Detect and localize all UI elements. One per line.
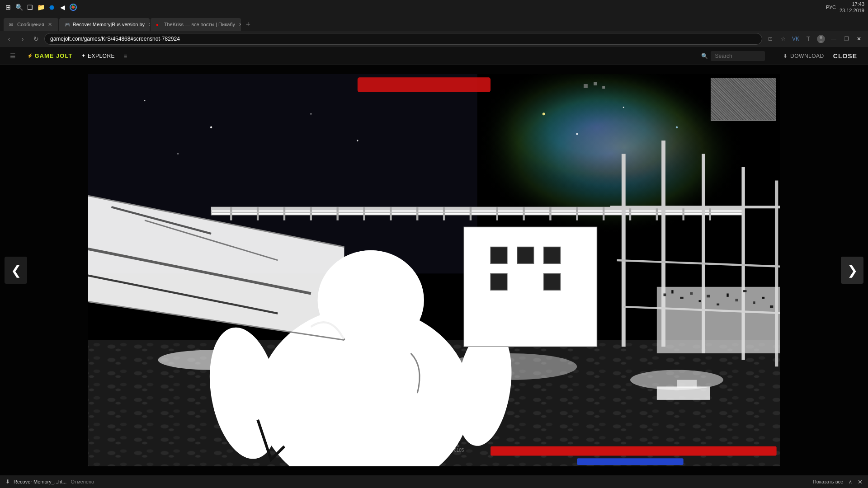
next-arrow-icon: ❯ bbox=[847, 263, 858, 278]
main-content: ❮ bbox=[0, 65, 868, 475]
tab-favicon-gamejolt: 🎮 bbox=[65, 22, 70, 27]
refresh-button[interactable]: ↻ bbox=[31, 33, 42, 44]
svg-rect-72 bbox=[657, 287, 780, 353]
window-restore-button[interactable]: ❐ bbox=[841, 33, 852, 44]
svg-point-7 bbox=[210, 126, 212, 128]
svg-rect-90 bbox=[677, 380, 697, 388]
tab-favicon-pikabu: ● bbox=[156, 22, 161, 27]
tab-close-pikabu[interactable]: ✕ bbox=[238, 22, 241, 28]
window-close-button[interactable]: ✕ bbox=[854, 33, 864, 44]
svg-point-18 bbox=[676, 126, 678, 128]
svg-point-16 bbox=[576, 133, 578, 135]
svg-rect-87 bbox=[491, 446, 777, 456]
tab-pikabu[interactable]: ● TheKriss — все посты | Пикабу ✕ bbox=[151, 18, 241, 31]
svg-rect-36 bbox=[517, 247, 534, 264]
edge-icon[interactable]: ⬣ bbox=[47, 3, 56, 12]
notification-text: Recover Memory_...ht... Отменено bbox=[14, 479, 94, 484]
notification-subtitle: Отменено bbox=[71, 479, 94, 484]
taskbar-clock: 17:43 23.12.2019 bbox=[840, 1, 864, 14]
windows-taskbar: ⊞ 🔍 ❑ 📁 ⬣ ◀ РУС 17:43 23.12.2019 bbox=[0, 0, 868, 14]
tab-label-pikabu: TheKriss — все посты | Пикабу bbox=[164, 22, 235, 27]
start-button[interactable]: ⊞ bbox=[4, 3, 13, 12]
gamejolt-logo[interactable]: ⚡ GAME JOLT bbox=[27, 52, 72, 59]
media-player-icon[interactable]: ◀ bbox=[58, 3, 67, 12]
svg-rect-35 bbox=[491, 247, 507, 264]
bookmark-button[interactable]: ☆ bbox=[778, 33, 788, 44]
vk-extension-icon[interactable]: VK bbox=[790, 33, 801, 44]
screenshot-thumbnail bbox=[711, 78, 776, 121]
svg-rect-89 bbox=[657, 386, 710, 399]
back-button[interactable]: ‹ bbox=[4, 33, 14, 44]
svg-rect-79 bbox=[717, 304, 719, 305]
taskbar-right: РУС 17:43 23.12.2019 bbox=[826, 1, 864, 14]
browser-actions: ⊡ ☆ VK T — ❐ ✕ bbox=[765, 33, 864, 44]
screenshot-info: Нажмите чтобы закрыть Кадры: 4090 4943 1… bbox=[404, 443, 464, 453]
game-screenshot bbox=[88, 74, 780, 466]
nav-explore-label: EXPLORE bbox=[88, 53, 115, 59]
prev-arrow-icon: ❮ bbox=[11, 263, 21, 278]
screenshot-container: Нажмите чтобы закрыть Кадры: 4090 4943 1… bbox=[88, 74, 780, 466]
notification-right: Показать все ∧ ✕ bbox=[813, 479, 863, 485]
notification-bar: ⬇ Recover Memory_...ht... Отменено Показ… bbox=[0, 475, 868, 488]
svg-rect-82 bbox=[743, 290, 746, 292]
svg-rect-39 bbox=[544, 273, 561, 290]
svg-rect-38 bbox=[491, 273, 507, 290]
taskbar-left: ⊞ 🔍 ❑ 📁 ⬣ ◀ bbox=[4, 3, 78, 12]
svg-rect-75 bbox=[680, 297, 683, 299]
tab-close-gamejolt[interactable]: ✕ bbox=[147, 22, 150, 28]
svg-rect-92 bbox=[584, 84, 588, 88]
nav-more[interactable]: ≡ bbox=[124, 53, 127, 59]
notification-close-button[interactable]: ✕ bbox=[858, 479, 863, 485]
download-button[interactable]: ⬇ DOWNLOAD bbox=[783, 53, 824, 59]
svg-point-9 bbox=[310, 113, 311, 115]
next-screenshot-button[interactable]: ❯ bbox=[841, 257, 863, 284]
forward-button[interactable]: › bbox=[17, 33, 28, 44]
tab-gamejolt[interactable]: 🎮 Recover Memory|Rus version by ✕ bbox=[59, 18, 150, 31]
gj-nav-right: ⬇ DOWNLOAD CLOSE bbox=[783, 51, 861, 61]
chrome-icon[interactable] bbox=[69, 3, 78, 12]
close-button[interactable]: CLOSE bbox=[830, 51, 861, 61]
new-tab-button[interactable]: + bbox=[242, 18, 255, 31]
gj-menu-button[interactable]: ☰ bbox=[7, 51, 18, 61]
svg-rect-81 bbox=[735, 299, 738, 301]
svg-rect-84 bbox=[762, 297, 764, 299]
user-profile-icon[interactable] bbox=[816, 33, 826, 44]
taskbar-language: РУС bbox=[826, 5, 836, 10]
svg-rect-31 bbox=[338, 340, 411, 380]
translate-extension-icon[interactable]: T bbox=[803, 33, 814, 44]
notification-icon: ⬇ bbox=[5, 479, 10, 485]
nav-explore[interactable]: ✦ EXPLORE bbox=[81, 53, 115, 59]
file-explorer-icon[interactable]: 📁 bbox=[36, 3, 45, 12]
tab-messages[interactable]: ✉ Сообщения ✕ bbox=[4, 18, 58, 31]
task-view-button[interactable]: ❑ bbox=[25, 3, 34, 12]
svg-rect-85 bbox=[770, 305, 773, 308]
search-button[interactable]: 🔍 bbox=[14, 3, 24, 12]
svg-point-6 bbox=[144, 100, 146, 101]
prev-screenshot-button[interactable]: ❮ bbox=[5, 257, 27, 284]
tab-close-messages[interactable]: ✕ bbox=[47, 22, 53, 28]
screenshot-info-line2: Кадры: 4090 4943 1782 6105 bbox=[404, 448, 464, 453]
cast-button[interactable]: ⊡ bbox=[765, 33, 776, 44]
svg-rect-76 bbox=[690, 292, 693, 295]
svg-rect-83 bbox=[753, 301, 755, 304]
svg-rect-73 bbox=[664, 293, 666, 296]
window-minimize-button[interactable]: — bbox=[828, 33, 839, 44]
nav-more-label: ≡ bbox=[124, 53, 127, 59]
tab-label-gamejolt: Recover Memory|Rus version by bbox=[73, 22, 145, 27]
show-all-button[interactable]: Показать все bbox=[813, 479, 843, 484]
notification-chevron[interactable]: ∧ bbox=[849, 479, 852, 485]
svg-point-15 bbox=[542, 113, 545, 115]
notification-title: Recover Memory_...ht... bbox=[14, 479, 66, 484]
tab-bar: ✉ Сообщения ✕ 🎮 Recover Memory|Rus versi… bbox=[0, 14, 868, 31]
svg-rect-88 bbox=[577, 458, 683, 465]
svg-point-3 bbox=[820, 36, 822, 39]
svg-rect-93 bbox=[594, 82, 597, 85]
notification-item: ⬇ Recover Memory_...ht... Отменено bbox=[5, 479, 94, 485]
address-input[interactable] bbox=[44, 33, 762, 45]
gj-search-input[interactable] bbox=[711, 51, 765, 61]
svg-rect-91 bbox=[358, 77, 491, 92]
gamejolt-nav: ☰ ⚡ GAME JOLT ✦ EXPLORE ≡ 🔍 ⬇ DOWNLOAD C… bbox=[0, 47, 868, 65]
svg-rect-78 bbox=[707, 295, 710, 297]
tab-label-messages: Сообщения bbox=[17, 22, 44, 27]
svg-point-17 bbox=[623, 107, 624, 108]
